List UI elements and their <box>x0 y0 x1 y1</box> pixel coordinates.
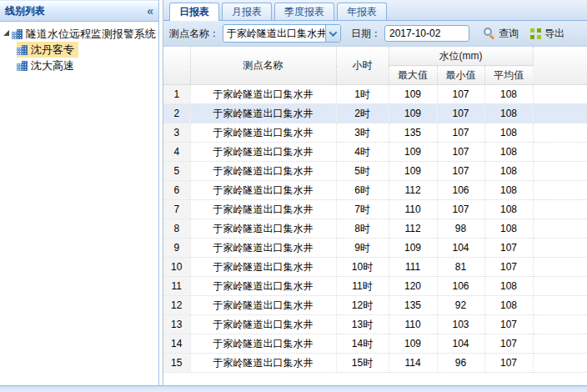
water-level-table: 测点名称 小时 水位(mm) 最大值 最小值 平均值 1于家岭隧道出口集水井1时… <box>163 47 587 373</box>
column-header-min[interactable]: 最小值 <box>437 66 484 85</box>
table-row[interactable]: 9于家岭隧道出口集水井9时109104107 <box>163 239 587 258</box>
cell-avg: 108 <box>484 104 533 123</box>
table-row[interactable]: 8于家岭隧道出口集水井8时11298108 <box>163 219 587 239</box>
horizontal-scrollbar[interactable] <box>0 385 587 392</box>
cell-avg: 108 <box>484 181 533 200</box>
empty-column-header <box>533 47 587 85</box>
cell-empty <box>533 143 587 162</box>
date-input[interactable] <box>384 25 469 42</box>
cell-avg: 108 <box>484 85 533 104</box>
cell-point-name: 于家岭隧道出口集水井 <box>190 239 336 258</box>
table-row[interactable]: 6于家岭隧道出口集水井6时112106108 <box>163 181 587 200</box>
tab-monthly-report[interactable]: 月报表 <box>222 3 272 20</box>
cell-hour: 3时 <box>336 123 389 143</box>
table-row[interactable]: 1于家岭隧道出口集水井1时109107108 <box>163 85 587 104</box>
cell-avg: 107 <box>484 354 533 373</box>
cell-rownum: 13 <box>163 315 190 334</box>
table-row[interactable]: 2于家岭隧道出口集水井2时109107108 <box>163 104 587 123</box>
cell-hour: 4时 <box>336 143 389 162</box>
app-window: 线别列表 « 隧道水位远程监测报警系统 沈丹客专 沈大高速 <box>0 0 587 392</box>
collapse-sidebar-icon[interactable]: « <box>147 5 153 17</box>
table-row[interactable]: 3于家岭隧道出口集水井3时135107108 <box>163 123 587 143</box>
cell-empty <box>533 315 587 334</box>
date-label: 日期： <box>351 27 381 41</box>
cell-hour: 2时 <box>336 104 389 123</box>
search-icon <box>484 28 495 39</box>
tree-node-root[interactable]: 隧道水位远程监测报警系统 <box>3 26 160 42</box>
tree-node-shenda[interactable]: 沈大高速 <box>17 58 78 73</box>
grid-container: 测点名称 小时 水位(mm) 最大值 最小值 平均值 1于家岭隧道出口集水井1时… <box>163 47 587 385</box>
cell-avg: 108 <box>484 123 533 143</box>
table-row[interactable]: 7于家岭隧道出口集水井7时110107108 <box>163 200 587 219</box>
table-row[interactable]: 14于家岭隧道出口集水井14时109104107 <box>163 334 587 354</box>
sidebar-header: 线别列表 « <box>0 0 158 22</box>
tab-daily-report[interactable]: 日报表 <box>169 3 219 21</box>
tab-quarterly-report[interactable]: 季度报表 <box>274 3 334 20</box>
cell-min: 106 <box>437 277 484 296</box>
cell-avg: 107 <box>484 258 533 277</box>
cell-empty <box>533 104 587 123</box>
table-row[interactable]: 11于家岭隧道出口集水井11时120106108 <box>163 277 587 296</box>
cell-max: 112 <box>389 181 437 200</box>
table-row[interactable]: 12于家岭隧道出口集水井12时13592108 <box>163 296 587 315</box>
column-header-name[interactable]: 测点名称 <box>190 47 336 85</box>
cell-point-name: 于家岭隧道出口集水井 <box>190 143 336 162</box>
cell-hour: 6时 <box>336 181 389 200</box>
cell-hour: 10时 <box>336 258 389 277</box>
column-header-hour[interactable]: 小时 <box>336 47 389 85</box>
cell-point-name: 于家岭隧道出口集水井 <box>190 258 336 277</box>
building-icon <box>17 44 28 55</box>
cell-rownum: 10 <box>163 258 190 277</box>
cell-max: 120 <box>389 277 437 296</box>
cell-hour: 11时 <box>336 277 389 296</box>
cell-avg: 108 <box>484 162 533 181</box>
tree-node-shendan[interactable]: 沈丹客专 <box>17 42 78 58</box>
cell-hour: 12时 <box>336 296 389 315</box>
cell-empty <box>533 354 587 373</box>
point-name-value: 于家岭隧道出口集水井 <box>223 25 325 42</box>
line-tree: 隧道水位远程监测报警系统 沈丹客专 沈大高速 <box>0 22 158 73</box>
cell-max: 112 <box>389 219 437 239</box>
tab-yearly-report[interactable]: 年报表 <box>337 3 387 20</box>
cell-point-name: 于家岭隧道出口集水井 <box>190 315 336 334</box>
tab-bar: 日报表 月报表 季度报表 年报表 <box>163 0 587 21</box>
cell-empty <box>533 219 587 239</box>
cell-avg: 108 <box>484 219 533 239</box>
query-button-label: 查询 <box>499 27 519 41</box>
table-row[interactable]: 5于家岭隧道出口集水井5时109107108 <box>163 162 587 181</box>
table-row[interactable]: 15于家岭隧道出口集水井15时11496107 <box>163 354 587 373</box>
cell-point-name: 于家岭隧道出口集水井 <box>190 85 336 104</box>
query-button[interactable]: 查询 <box>479 25 523 43</box>
cell-max: 109 <box>389 104 437 123</box>
table-row[interactable]: 4于家岭隧道出口集水井4时109107108 <box>163 143 587 162</box>
expand-arrow-icon[interactable] <box>3 30 9 36</box>
column-header-avg[interactable]: 平均值 <box>484 66 533 85</box>
table-row[interactable]: 13于家岭隧道出口集水井13时110103107 <box>163 315 587 334</box>
cell-rownum: 9 <box>163 239 190 258</box>
cell-empty <box>533 296 587 315</box>
export-button[interactable]: 导出 <box>526 25 569 43</box>
cell-empty <box>533 123 587 143</box>
export-icon <box>530 28 541 39</box>
table-body: 1于家岭隧道出口集水井1时1091071082于家岭隧道出口集水井2时10910… <box>163 85 587 373</box>
tree-node-label: 沈大高速 <box>31 58 74 73</box>
cell-min: 104 <box>437 334 484 354</box>
table-row[interactable]: 10于家岭隧道出口集水井10时11181107 <box>163 258 587 277</box>
chevron-down-icon[interactable] <box>325 25 340 42</box>
cell-avg: 108 <box>484 200 533 219</box>
cell-max: 135 <box>389 123 437 143</box>
cell-min: 92 <box>437 296 484 315</box>
cell-point-name: 于家岭隧道出口集水井 <box>190 123 336 143</box>
cell-hour: 1时 <box>336 85 389 104</box>
cell-min: 103 <box>437 315 484 334</box>
building-icon <box>12 28 23 39</box>
cell-rownum: 5 <box>163 162 190 181</box>
column-header-max[interactable]: 最大值 <box>389 66 437 85</box>
cell-hour: 13时 <box>336 315 389 334</box>
point-name-select[interactable]: 于家岭隧道出口集水井 <box>223 24 341 43</box>
cell-hour: 9时 <box>336 239 389 258</box>
sidebar: 线别列表 « 隧道水位远程监测报警系统 沈丹客专 沈大高速 <box>0 0 159 385</box>
column-group-water-level: 水位(mm) <box>389 47 533 66</box>
cell-rownum: 12 <box>163 296 190 315</box>
cell-empty <box>533 239 587 258</box>
